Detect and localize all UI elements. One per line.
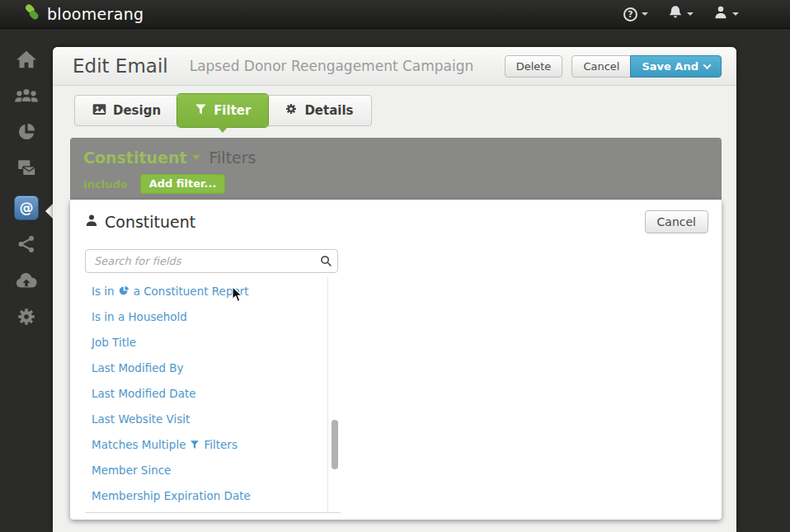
field-option[interactable]: Last Modified By: [85, 355, 327, 380]
field-option[interactable]: Member Since: [85, 457, 327, 483]
modal-title: Constituent: [105, 213, 195, 231]
bloomerang-logo-icon: [22, 3, 41, 26]
letters-icon: [16, 158, 37, 181]
sidebar-item-social[interactable]: [14, 235, 39, 257]
notifications-menu[interactable]: [668, 5, 694, 23]
dropdown-caret-icon: [732, 12, 739, 16]
sidebar-nav: @: [0, 29, 53, 532]
help-menu[interactable]: ?: [623, 7, 648, 21]
field-option[interactable]: Is in a Household: [85, 304, 327, 329]
tab-filter[interactable]: Filter: [177, 94, 268, 127]
field-option-link[interactable]: Last Modified By: [85, 361, 184, 374]
person-icon: [85, 214, 98, 230]
add-filter-button[interactable]: Add filter...: [140, 174, 226, 194]
field-option-link[interactable]: Is ina Constituent Report: [85, 285, 249, 298]
email-at-icon: @: [20, 200, 34, 216]
share-icon: [16, 234, 36, 257]
brand[interactable]: bloomerang: [22, 3, 143, 26]
field-option-link[interactable]: Job Title: [85, 336, 136, 349]
field-option[interactable]: Job Title: [85, 329, 327, 355]
sidebar-item-settings[interactable]: [14, 308, 39, 329]
active-item-pointer: [45, 204, 53, 219]
funnel-icon: [190, 440, 200, 450]
field-picker-modal: Constituent Cancel Is ina Constituent Re…: [70, 200, 722, 520]
help-icon: ?: [623, 7, 637, 21]
user-icon: [713, 5, 728, 23]
field-option[interactable]: Last Modified Date: [85, 380, 327, 406]
scrollbar-thumb[interactable]: [332, 420, 338, 469]
brand-name: bloomerang: [47, 5, 143, 23]
include-toggle[interactable]: Include: [83, 178, 128, 191]
tab-bar: Design Filter: [74, 95, 372, 126]
delete-button[interactable]: Delete: [505, 55, 563, 78]
filters-panel-title: Filters: [209, 148, 256, 167]
chevron-down-icon: [703, 61, 712, 69]
sidebar-item-email[interactable]: @: [14, 195, 39, 220]
tab-design[interactable]: Design: [75, 96, 178, 125]
sidebar-item-home[interactable]: [14, 50, 39, 72]
top-navbar: bloomerang ?: [0, 0, 790, 29]
field-option-link[interactable]: Member Since: [85, 464, 171, 477]
mouse-cursor: [232, 286, 243, 306]
page-title: Edit Email: [73, 55, 168, 77]
filters-panel-dimmed: Constituent Filters Include Add filter..…: [70, 138, 722, 200]
people-icon: [14, 87, 39, 108]
cloud-icon: [15, 272, 38, 292]
field-option-link[interactable]: Is in a Household: [85, 310, 187, 323]
cancel-button[interactable]: Cancel: [571, 55, 631, 78]
account-menu[interactable]: [713, 5, 739, 23]
dropdown-caret-icon: [192, 155, 200, 160]
sidebar-item-cloud[interactable]: [14, 271, 39, 293]
sidebar-item-communications[interactable]: [14, 159, 39, 181]
search-icon: [320, 255, 332, 271]
sidebar-item-reports[interactable]: [14, 123, 39, 144]
tab-label: Filter: [214, 103, 251, 118]
field-option-link[interactable]: Last Modified Date: [85, 387, 196, 400]
search-input[interactable]: [85, 249, 338, 273]
tab-label: Design: [113, 103, 161, 118]
report-icon: [119, 285, 129, 296]
field-option-link[interactable]: Last Website Visit: [85, 412, 190, 426]
field-option[interactable]: Matches MultipleFilters: [85, 431, 327, 457]
home-icon: [16, 49, 37, 73]
field-list-area: Is ina Constituent ReportIs in a Househo…: [85, 277, 341, 513]
save-and-button[interactable]: Save And: [630, 55, 722, 78]
dropdown-caret-icon: [687, 12, 694, 16]
pie-chart-icon: [16, 121, 37, 146]
field-option-link[interactable]: Membership Expiration Date: [85, 489, 251, 502]
modal-cancel-button[interactable]: Cancel: [645, 210, 708, 233]
gear-icon: [16, 306, 37, 331]
bell-icon: [668, 5, 683, 23]
page-subtitle: Lapsed Donor Reengagement Campaign: [190, 58, 474, 74]
save-and-label: Save And: [642, 60, 698, 73]
entity-type-label: Constituent: [83, 148, 187, 167]
tab-details[interactable]: Details: [267, 96, 370, 125]
page-header: Edit Email Lapsed Donor Reengagement Cam…: [53, 47, 736, 86]
dropdown-caret-icon: [642, 12, 648, 16]
field-option[interactable]: Membership Expiration Date: [85, 483, 327, 508]
image-icon: [92, 103, 106, 119]
field-list: Is ina Constituent ReportIs in a Househo…: [85, 277, 328, 512]
sidebar-item-constituents[interactable]: [14, 87, 39, 108]
tab-label: Details: [304, 103, 353, 118]
entity-type-dropdown[interactable]: Constituent: [83, 148, 200, 167]
field-option[interactable]: Is ina Constituent Report: [85, 278, 327, 304]
funnel-icon: [195, 103, 207, 119]
gear-icon: [284, 102, 298, 119]
main-content: Edit Email Lapsed Donor Reengagement Cam…: [53, 47, 736, 532]
field-option-link[interactable]: Matches MultipleFilters: [85, 438, 237, 451]
field-option[interactable]: Last Website Visit: [85, 406, 327, 431]
